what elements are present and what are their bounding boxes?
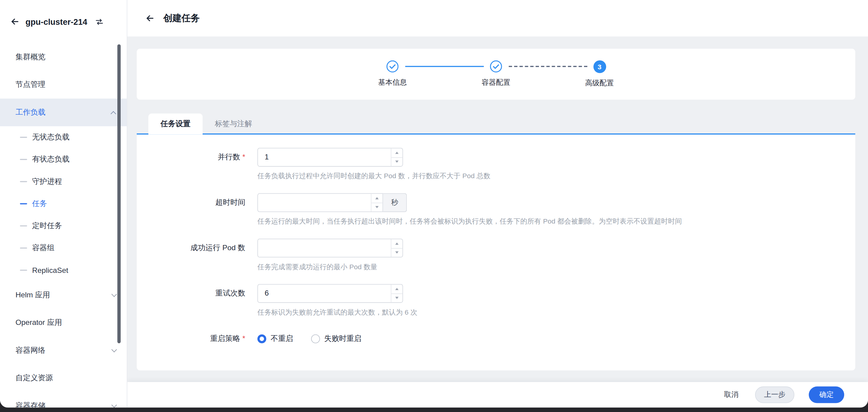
form-row-parallelism: 并行数* 1 任务负载执行过程中允许同时创建的最大 Pod 数，并行数应不大于 … — [137, 148, 842, 181]
tab-bar: 任务设置 标签与注解 — [137, 113, 855, 135]
sidebar-item-replicaset[interactable]: ReplicaSet — [0, 259, 127, 281]
content: 基本信息 容器配置 3 高级配置 — [127, 37, 868, 382]
restart-policy-radio-group: 不重启 失败时重启 — [257, 329, 362, 348]
back-icon[interactable] — [145, 13, 155, 23]
page-title: 创建任务 — [163, 12, 200, 24]
sidebar-item-operator-apps[interactable]: Operator 应用 — [0, 309, 127, 337]
spinner-up-icon[interactable] — [371, 194, 382, 203]
required-asterisk: * — [242, 334, 245, 343]
spinner-down-icon[interactable] — [391, 157, 403, 166]
back-icon[interactable] — [10, 17, 20, 27]
field-label: 成功运行 Pod 数 — [137, 239, 251, 272]
chevron-down-icon — [111, 402, 117, 408]
timeout-input[interactable] — [257, 193, 383, 212]
cluster-name: gpu-cluster-214 — [25, 17, 87, 26]
spinner-down-icon[interactable] — [391, 294, 403, 302]
wizard-footer: 取消 上一步 确定 — [127, 382, 868, 408]
field-label: 并行数* — [137, 148, 251, 181]
step-number-badge: 3 — [593, 60, 606, 73]
step-label: 高级配置 — [585, 78, 614, 88]
spinner-up-icon[interactable] — [391, 285, 403, 294]
dash-icon — [20, 181, 27, 182]
spinner-down-icon[interactable] — [391, 248, 403, 257]
step-indicator: 基本信息 容器配置 3 高级配置 — [137, 49, 855, 88]
dash-icon — [20, 159, 27, 160]
confirm-button[interactable]: 确定 — [809, 387, 844, 403]
step-check-icon — [490, 60, 502, 72]
chevron-down-icon — [111, 347, 117, 352]
step-container-config[interactable]: 容器配置 — [463, 60, 529, 88]
sidebar-item-custom-resources[interactable]: 自定义资源 — [0, 364, 127, 392]
sidebar-item-node-management[interactable]: 节点管理 — [0, 71, 127, 98]
number-spinner — [391, 149, 402, 166]
sidebar-item-statefulsets[interactable]: 有状态负载 — [0, 149, 127, 171]
sidebar-item-cluster-overview[interactable]: 集群概览 — [0, 43, 127, 71]
parallelism-input[interactable]: 1 — [257, 148, 403, 167]
field-label: 超时时间 — [137, 193, 251, 227]
step-label: 基本信息 — [378, 78, 407, 87]
completions-input[interactable] — [257, 239, 403, 258]
form-row-completions: 成功运行 Pod 数 任务完成需要成功运行的最小 Pod 数量 — [137, 239, 842, 272]
sidebar-item-daemonsets[interactable]: 守护进程 — [0, 171, 127, 193]
input-value: 1 — [258, 149, 391, 166]
dash-icon — [20, 225, 27, 227]
page-header: 创建任务 — [127, 0, 868, 37]
app-window: gpu-cluster-214 集群概览 节点管理 工作负载 无状态负载 有状态… — [0, 0, 868, 408]
step-label: 容器配置 — [482, 78, 510, 87]
dash-icon — [20, 137, 27, 138]
previous-step-button[interactable]: 上一步 — [755, 387, 795, 403]
sidebar-scrollbar[interactable] — [117, 44, 121, 343]
field-label: 重启策略* — [137, 329, 251, 348]
required-asterisk: * — [242, 153, 245, 161]
input-value — [258, 194, 371, 212]
radio-option-never-restart[interactable]: 不重启 — [257, 334, 293, 344]
form-row-restart-policy: 重启策略* 不重启 失败时重启 — [137, 329, 842, 348]
radio-selected-icon — [257, 334, 266, 343]
sidebar-item-cronjobs[interactable]: 定时任务 — [0, 215, 127, 237]
tab-labels-annotations[interactable]: 标签与注解 — [203, 113, 264, 135]
step-basic-info[interactable]: 基本信息 — [359, 60, 426, 88]
spinner-up-icon[interactable] — [391, 149, 403, 157]
sidebar: gpu-cluster-214 集群概览 节点管理 工作负载 无状态负载 有状态… — [0, 0, 127, 408]
field-help-text: 任务完成需要成功运行的最小 Pod 数量 — [257, 262, 403, 272]
sidebar-menu: 集群概览 节点管理 工作负载 无状态负载 有状态负载 守护进程 任务 定时任务 … — [0, 43, 127, 408]
screen: gpu-cluster-214 集群概览 节点管理 工作负载 无状态负载 有状态… — [0, 0, 868, 412]
form-card: 并行数* 1 任务负载执行过程中允许同时创建的最大 Pod 数，并行数应不大于 … — [137, 135, 855, 371]
radio-unselected-icon — [311, 334, 320, 343]
input-value: 6 — [258, 285, 391, 302]
form-row-retries: 重试次数 6 任务标识为失败前允许重试的最大次数，默认为 6 次 — [137, 284, 842, 317]
radio-option-restart-on-failure[interactable]: 失败时重启 — [311, 334, 362, 344]
field-label: 重试次数 — [137, 284, 251, 317]
number-spinner — [391, 285, 402, 302]
sidebar-item-helm-apps[interactable]: Helm 应用 — [0, 281, 127, 309]
input-value — [258, 239, 391, 257]
field-help-text: 任务负载执行过程中允许同时创建的最大 Pod 数，并行数应不大于 Pod 总数 — [257, 171, 490, 181]
cancel-button[interactable]: 取消 — [722, 387, 741, 403]
sidebar-header: gpu-cluster-214 — [0, 0, 127, 43]
sidebar-item-deployments[interactable]: 无状态负载 — [0, 126, 127, 148]
dash-icon — [20, 247, 27, 249]
spinner-up-icon[interactable] — [391, 239, 403, 248]
number-spinner — [371, 194, 382, 212]
sidebar-item-pods[interactable]: 容器组 — [0, 237, 127, 259]
number-spinner — [391, 239, 402, 257]
dash-icon — [20, 269, 27, 271]
field-help-text: 任务标识为失败前允许重试的最大次数，默认为 6 次 — [257, 307, 417, 317]
spinner-down-icon[interactable] — [371, 203, 382, 211]
step-advanced-config[interactable]: 3 高级配置 — [566, 60, 633, 88]
tab-job-settings[interactable]: 任务设置 — [149, 113, 203, 135]
chevron-down-icon — [111, 291, 117, 297]
main-area: 创建任务 基本信息 — [127, 0, 868, 408]
switch-cluster-icon[interactable] — [94, 17, 104, 26]
step-check-icon — [386, 60, 399, 72]
retries-input[interactable]: 6 — [257, 284, 403, 303]
unit-addon-seconds: 秒 — [383, 193, 407, 212]
sidebar-item-jobs[interactable]: 任务 — [0, 193, 127, 215]
sidebar-item-container-network[interactable]: 容器网络 — [0, 337, 127, 364]
field-help-text: 任务运行的最大时间，当任务执行超出该时间时，任务将会被标识为执行失败，任务下的所… — [257, 216, 682, 227]
chevron-up-icon — [111, 111, 116, 116]
dash-icon — [20, 203, 27, 205]
sidebar-item-workloads[interactable]: 工作负载 — [0, 98, 127, 126]
form-row-timeout: 超时时间 秒 — [137, 193, 842, 227]
sidebar-item-container-storage[interactable]: 容器存储 — [0, 392, 127, 408]
